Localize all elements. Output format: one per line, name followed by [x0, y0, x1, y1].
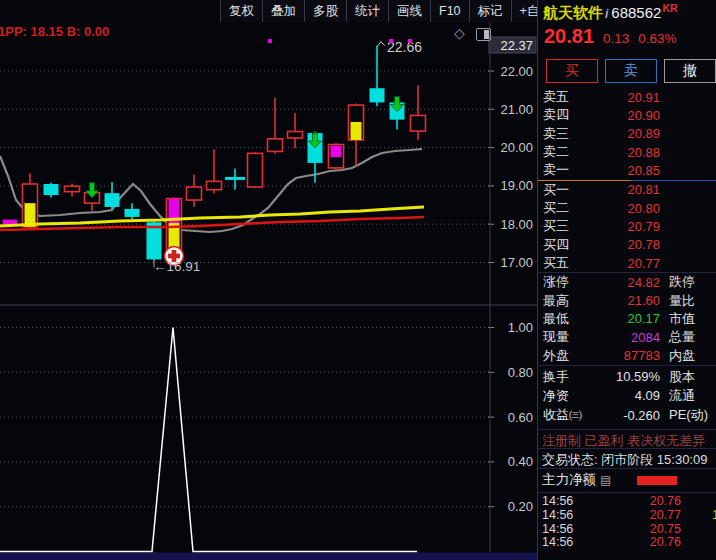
buy-button[interactable]: 买 [546, 59, 598, 83]
stat-row: 外盘87783内盘 [538, 347, 716, 365]
indicator-axis-label: 0.40 [508, 454, 533, 469]
tick-price: 20.75 [584, 522, 681, 536]
bid-label: 买五 [543, 254, 587, 272]
stat-label-2: 总量 [660, 328, 716, 346]
alert-dot [408, 39, 412, 43]
tick-row: 14:5620.762 [538, 494, 716, 508]
stat-label: 现量 [543, 328, 583, 346]
chart-background [0, 0, 537, 560]
board-tag: KR [662, 2, 677, 14]
info-icon[interactable]: i [605, 7, 608, 21]
current-price-label: 22.37 [500, 38, 533, 53]
ask-price: 20.91 [587, 90, 716, 105]
stat-value: 20.17 [583, 311, 660, 326]
tick-price: 20.76 [584, 535, 681, 549]
tick-time: 14:56 [542, 522, 584, 536]
stock-code: 688562 [611, 4, 661, 21]
alert-dot [268, 39, 272, 43]
bid-price: 20.80 [587, 201, 716, 216]
y-axis-label: 17.00 [500, 255, 533, 270]
bottom-strip [0, 553, 537, 560]
divider [538, 448, 716, 449]
toolbar-item-复权[interactable]: 复权 [220, 0, 262, 22]
stat-value: 2084 [583, 330, 660, 345]
sell-button[interactable]: 卖 [605, 59, 657, 83]
y-axis-label: 22.00 [500, 64, 533, 79]
order-buttons: 买 卖 撤 [546, 59, 716, 83]
draw-diamond-icon[interactable]: ◇ [454, 25, 465, 41]
y-axis-label: 18.00 [500, 217, 533, 232]
toolbar-item-F10[interactable]: F10 [430, 0, 469, 22]
bid-row[interactable]: 买四20.78 [538, 236, 716, 254]
y-axis-label: 21.00 [500, 102, 533, 117]
ask-row[interactable]: 卖一20.85 [538, 161, 716, 179]
price-change: 0.13 [603, 31, 629, 46]
ask-label: 卖三 [543, 125, 587, 143]
toolbar-item-统计[interactable]: 统计 [346, 0, 388, 22]
indicator-axis-label: 1.00 [508, 320, 533, 335]
divider [538, 365, 716, 366]
ask-label: 卖四 [543, 106, 587, 124]
list-icon[interactable]: ▤ [600, 473, 611, 487]
bid-label: 买四 [543, 236, 587, 254]
stat-label-2: 量比 [660, 292, 716, 310]
stats-block-2: 换手10.59%股本净资4.09流通收益㈢-0.260PE(动) [538, 367, 716, 425]
stat-row: 换手10.59%股本 [538, 367, 716, 386]
signal-overlay-bar [351, 122, 362, 140]
stock-name: 航天软件 [543, 4, 603, 21]
bid-row[interactable]: 买二20.80 [538, 199, 716, 217]
candle-body [248, 153, 263, 187]
bid-label: 买三 [543, 217, 587, 235]
last-price: 20.81 [544, 25, 594, 47]
price-change-pct: 0.63% [638, 31, 676, 46]
stat-row: 涨停24.82跌停 [538, 273, 716, 291]
ask-label: 卖二 [543, 143, 587, 161]
toolbar-item-标记[interactable]: 标记 [469, 0, 511, 22]
candle-body [411, 115, 426, 131]
ask-row[interactable]: 卖三20.89 [538, 125, 716, 143]
stat-label: 收益㈢ [543, 406, 583, 424]
toolbar-item-叠加[interactable]: 叠加 [262, 0, 304, 22]
stat-value: 87783 [583, 348, 660, 363]
stat-label-2: PE(动) [660, 406, 716, 424]
stat-label-2: 跌停 [660, 273, 716, 291]
stat-label: 外盘 [543, 347, 583, 365]
stat-label: 最低 [543, 310, 583, 328]
ask-price: 20.88 [587, 145, 716, 160]
ask-price: 20.85 [587, 163, 716, 178]
candlestick-chart[interactable]: 22.0021.0020.0019.0018.0017.001.000.800.… [0, 0, 537, 560]
stat-value: 4.09 [583, 388, 660, 403]
stat-label-2: 市值 [660, 310, 716, 328]
ask-row[interactable]: 卖二20.88 [538, 143, 716, 161]
stat-value: 10.59% [583, 369, 660, 384]
ask-row[interactable]: 卖四20.90 [538, 106, 716, 124]
panel-toggle-icon[interactable] [476, 28, 491, 41]
stat-value: -0.260 [583, 408, 660, 423]
bid-label: 买二 [543, 199, 587, 217]
bid-row[interactable]: 买五20.77 [538, 254, 716, 272]
bid-levels: 买一20.81买二20.80买三20.79买四20.78买五20.77 [538, 181, 716, 272]
bid-price: 20.79 [587, 219, 716, 234]
tick-time: 14:56 [542, 494, 584, 508]
indicator-axis-label: 0.20 [508, 499, 533, 514]
ask-row[interactable]: 卖五20.91 [538, 88, 716, 106]
indicator-param-label: 1PP: 18.15 B: 0.00 [0, 24, 109, 39]
tick-price: 20.76 [584, 494, 681, 508]
stats-block: 涨停24.82跌停最高21.60量比最低20.17市值现量2084总量外盘877… [538, 273, 716, 365]
stat-row: 净资4.09流通 [538, 386, 716, 405]
stat-label: 净资 [543, 387, 583, 405]
stat-row: 现量2084总量 [538, 328, 716, 346]
main-flow-bar [637, 476, 677, 485]
bid-row[interactable]: 买一20.81 [538, 181, 716, 199]
low-price-label: ←16.91 [153, 259, 200, 274]
bid-row[interactable]: 买三20.79 [538, 217, 716, 235]
stat-label: 换手 [543, 368, 583, 386]
main-flow-row[interactable]: 主力净额 ▤ 458 [542, 471, 716, 489]
cancel-button[interactable]: 撤 [664, 59, 716, 83]
tick-volume: 2 [681, 494, 716, 508]
toolbar-item-多股[interactable]: 多股 [304, 0, 346, 22]
bid-price: 20.78 [587, 237, 716, 252]
toolbar-item-画线[interactable]: 画线 [388, 0, 430, 22]
bid-price: 20.81 [587, 182, 716, 197]
candle-body [65, 186, 80, 191]
